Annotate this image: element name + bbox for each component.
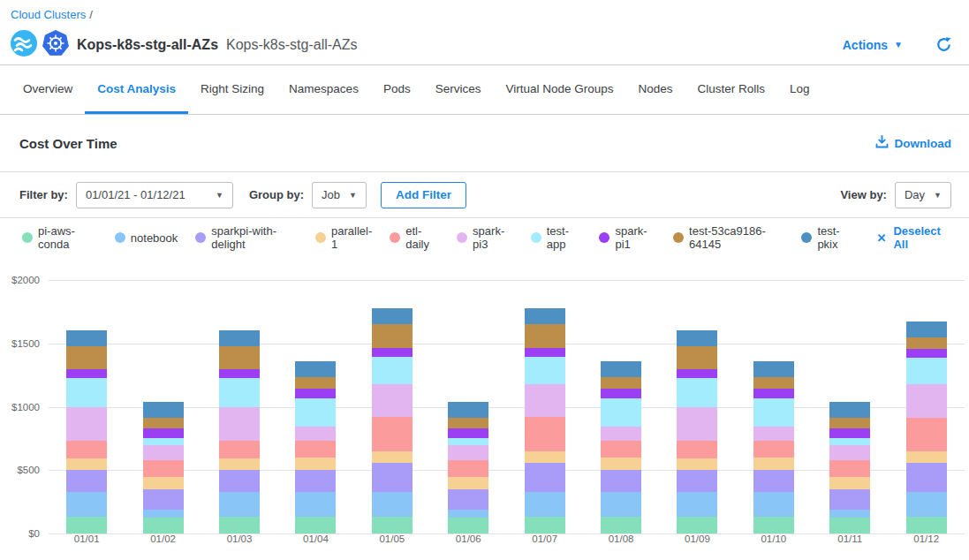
bar-segment-test-app (753, 398, 794, 427)
section-title: Cost Over Time (19, 136, 117, 151)
bar-segment-pi-aws-conda (372, 517, 413, 534)
bar-segment-sparkpi-with-delight (448, 489, 488, 511)
legend-item-test-53ca9186-64145[interactable]: test-53ca9186-64145 (673, 224, 784, 251)
bar-segment-sparkpi-with-delight (295, 470, 336, 493)
bar-segment-etl-daily (448, 460, 488, 477)
tab-nodes[interactable]: Nodes (626, 65, 685, 114)
legend-item-spark-pi1[interactable]: spark-pi1 (599, 224, 655, 251)
tab-cost-analysis[interactable]: Cost Analysis (85, 65, 188, 114)
bar-segment-parallel-1 (295, 458, 336, 470)
cluster-subtitle: Kops-k8s-stg-all-AZs (226, 37, 357, 53)
bar-segment-notebook (372, 492, 413, 517)
refresh-button[interactable] (936, 37, 951, 52)
add-filter-button[interactable]: Add Filter (381, 182, 466, 208)
bar-segment-sparkpi-with-delight (372, 463, 413, 492)
bar-segment-test-53ca9186-64145 (143, 418, 184, 428)
bar-segment-etl-daily (677, 441, 717, 458)
legend-color-dot (599, 232, 609, 243)
tab-right-sizing[interactable]: Right Sizing (188, 65, 276, 114)
bar-segment-spark-pi1 (906, 349, 947, 358)
bar-segment-spark-pi1 (66, 369, 107, 378)
bar-segment-pi-aws-conda (448, 518, 488, 534)
bar-01/04 (295, 280, 336, 534)
y-axis-tick-label: $2000 (0, 275, 40, 285)
bar-segment-pi-aws-conda (753, 517, 794, 534)
bar-segment-test-app (372, 357, 413, 384)
bar-segment-test-pkix (372, 308, 413, 324)
deselect-all-button[interactable]: ✕ Deselect All (876, 224, 951, 251)
actions-button[interactable]: Actions ▼ (843, 38, 903, 52)
view-by-dropdown[interactable]: Day ▼ (895, 182, 951, 208)
ocean-logo-icon (11, 30, 37, 60)
bar-01/07 (525, 280, 565, 534)
x-axis-tick-label: 01/06 (442, 534, 495, 544)
x-axis-tick-label: 01/02 (137, 534, 190, 544)
legend-item-sparkpi-with-delight[interactable]: sparkpi-with-delight (195, 224, 298, 251)
bar-segment-test-app (829, 438, 870, 445)
tab-virtual-node-groups[interactable]: Virtual Node Groups (493, 65, 625, 114)
bar-segment-test-53ca9186-64145 (66, 346, 107, 370)
bar-segment-test-53ca9186-64145 (525, 324, 565, 348)
tab-namespaces[interactable]: Namespaces (276, 65, 371, 114)
bar-segment-spark-pi3 (66, 407, 107, 441)
cost-over-time-section-header: Cost Over Time Download (0, 115, 969, 171)
tab-log[interactable]: Log (777, 65, 822, 114)
cost-over-time-chart: $0$500$1000$1500$2000 01/0101/0201/0301/… (0, 257, 969, 560)
group-by-label: Group by: (249, 188, 304, 201)
close-icon: ✕ (876, 231, 886, 245)
legend-color-dot (390, 232, 400, 243)
bar-segment-spark-pi3 (753, 427, 794, 442)
bar-segment-test-pkix (525, 308, 565, 324)
legend-color-dot (801, 232, 812, 243)
legend-label: pi-aws-conda (38, 224, 97, 251)
download-button[interactable]: Download (875, 135, 952, 151)
legend-item-notebook[interactable]: notebook (115, 231, 178, 245)
bar-segment-pi-aws-conda (525, 517, 565, 534)
download-icon (875, 135, 889, 151)
bar-segment-test-pkix (677, 330, 717, 346)
x-axis-tick-label: 01/10 (747, 534, 800, 544)
tab-overview[interactable]: Overview (11, 65, 85, 114)
legend-item-etl-daily[interactable]: etl-daily (390, 224, 439, 251)
bar-segment-test-pkix (906, 322, 947, 337)
bar-01/05 (372, 280, 413, 534)
legend-item-spark-pi3[interactable]: spark-pi3 (457, 224, 513, 251)
legend-label: test-app (547, 224, 582, 251)
bar-segment-spark-pi3 (525, 384, 565, 417)
group-by-dropdown[interactable]: Job ▼ (312, 182, 367, 208)
bar-segment-parallel-1 (829, 477, 870, 489)
breadcrumb-cloud-clusters-link[interactable]: Cloud Clusters (11, 8, 86, 21)
bar-segment-etl-daily (219, 441, 260, 458)
bar-segment-test-app (143, 438, 184, 445)
legend-item-parallel-1[interactable]: parallel-1 (315, 224, 372, 251)
bar-segment-test-53ca9186-64145 (829, 418, 870, 428)
bar-segment-test-pkix (143, 402, 184, 418)
legend-color-dot (315, 232, 326, 243)
bar-segment-spark-pi3 (677, 407, 717, 441)
bar-segment-test-53ca9186-64145 (295, 377, 336, 390)
bar-segment-etl-daily (525, 417, 565, 451)
legend-item-pi-aws-conda[interactable]: pi-aws-conda (22, 224, 97, 251)
tab-cluster-rolls[interactable]: Cluster Rolls (685, 65, 778, 114)
legend-item-test-pkix[interactable]: test-pkix (801, 224, 853, 251)
view-by-label: View by: (840, 188, 887, 201)
bar-segment-sparkpi-with-delight (677, 470, 717, 492)
bar-segment-spark-pi3 (448, 445, 488, 460)
bar-segment-notebook (753, 492, 794, 517)
legend-item-test-app[interactable]: test-app (531, 224, 582, 251)
tab-services[interactable]: Services (423, 65, 494, 114)
legend-label: test-pkix (817, 224, 853, 251)
bar-segment-test-app (525, 357, 565, 384)
bar-group (49, 280, 965, 534)
bar-segment-spark-pi3 (601, 427, 641, 442)
tab-bar: OverviewCost AnalysisRight SizingNamespa… (0, 65, 969, 114)
x-axis-tick-label: 01/07 (519, 534, 572, 544)
tab-pods[interactable]: Pods (371, 65, 423, 114)
bar-segment-test-53ca9186-64145 (219, 346, 260, 370)
date-range-dropdown[interactable]: 01/01/21 - 01/12/21 ▼ (76, 182, 233, 208)
x-axis-tick-label: 01/09 (670, 534, 723, 544)
x-axis-tick-label: 01/05 (366, 534, 419, 544)
bar-segment-test-app (295, 398, 336, 427)
bar-01/12 (906, 280, 947, 534)
bar-segment-pi-aws-conda (66, 517, 107, 534)
